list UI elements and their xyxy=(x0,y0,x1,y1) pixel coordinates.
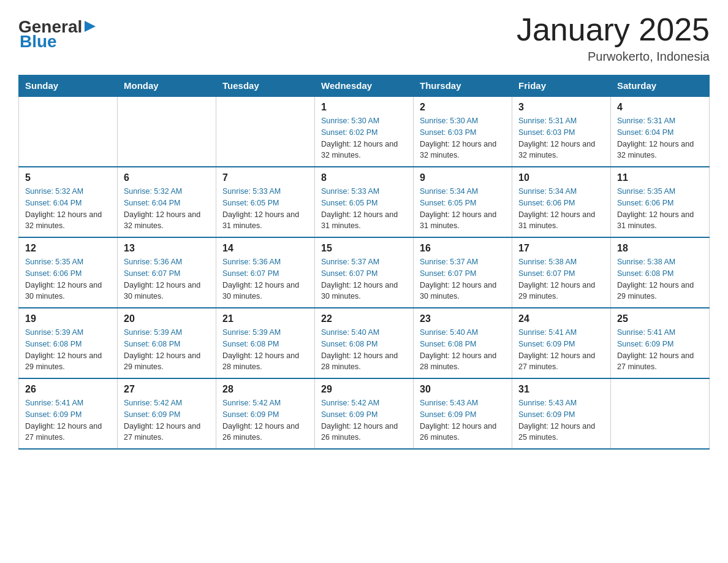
calendar-cell xyxy=(19,96,118,167)
sunset-text: Sunset: 6:06 PM xyxy=(25,268,111,280)
day-info: Sunrise: 5:38 AMSunset: 6:08 PMDaylight:… xyxy=(617,256,703,302)
daylight-text: Daylight: 12 hours and 28 minutes. xyxy=(222,350,308,373)
sunrise-text: Sunrise: 5:42 AM xyxy=(124,397,210,409)
sunrise-text: Sunrise: 5:41 AM xyxy=(25,397,111,409)
daylight-text: Daylight: 12 hours and 26 minutes. xyxy=(420,421,506,444)
day-info: Sunrise: 5:41 AMSunset: 6:09 PMDaylight:… xyxy=(617,327,703,373)
day-info: Sunrise: 5:41 AMSunset: 6:09 PMDaylight:… xyxy=(25,397,111,443)
calendar-cell: 18Sunrise: 5:38 AMSunset: 6:08 PMDayligh… xyxy=(611,237,710,308)
day-info: Sunrise: 5:43 AMSunset: 6:09 PMDaylight:… xyxy=(420,397,506,443)
sunset-text: Sunset: 6:05 PM xyxy=(321,197,407,209)
daylight-text: Daylight: 12 hours and 32 minutes. xyxy=(420,139,506,162)
day-info: Sunrise: 5:31 AMSunset: 6:04 PMDaylight:… xyxy=(617,115,703,161)
day-number: 30 xyxy=(420,384,506,395)
day-info: Sunrise: 5:37 AMSunset: 6:07 PMDaylight:… xyxy=(420,256,506,302)
day-number: 7 xyxy=(222,172,308,183)
sunrise-text: Sunrise: 5:34 AM xyxy=(420,186,506,197)
sunset-text: Sunset: 6:04 PM xyxy=(25,197,111,209)
sunset-text: Sunset: 6:04 PM xyxy=(124,197,210,209)
day-of-week-sunday: Sunday xyxy=(19,75,118,97)
sunset-text: Sunset: 6:08 PM xyxy=(124,339,210,350)
day-number: 18 xyxy=(617,243,703,254)
day-info: Sunrise: 5:33 AMSunset: 6:05 PMDaylight:… xyxy=(321,186,407,232)
sunrise-text: Sunrise: 5:32 AM xyxy=(25,186,111,197)
day-number: 19 xyxy=(25,313,111,324)
calendar-cell: 14Sunrise: 5:36 AMSunset: 6:07 PMDayligh… xyxy=(216,237,315,308)
daylight-text: Daylight: 12 hours and 30 minutes. xyxy=(124,280,210,303)
day-number: 31 xyxy=(518,384,604,395)
sunset-text: Sunset: 6:06 PM xyxy=(518,197,604,209)
day-number: 26 xyxy=(25,384,111,395)
calendar-cell: 5Sunrise: 5:32 AMSunset: 6:04 PMDaylight… xyxy=(19,167,118,237)
sunset-text: Sunset: 6:06 PM xyxy=(617,197,703,209)
title-block: January 2025 Purwokerto, Indonesia xyxy=(517,12,710,64)
sunset-text: Sunset: 6:07 PM xyxy=(222,268,308,280)
day-number: 13 xyxy=(124,243,210,254)
sunset-text: Sunset: 6:09 PM xyxy=(222,409,308,421)
day-info: Sunrise: 5:40 AMSunset: 6:08 PMDaylight:… xyxy=(420,327,506,373)
calendar-cell: 12Sunrise: 5:35 AMSunset: 6:06 PMDayligh… xyxy=(19,237,118,308)
day-of-week-thursday: Thursday xyxy=(414,75,512,97)
calendar-cell: 11Sunrise: 5:35 AMSunset: 6:06 PMDayligh… xyxy=(611,167,710,237)
calendar-cell: 9Sunrise: 5:34 AMSunset: 6:05 PMDaylight… xyxy=(414,167,512,237)
day-number: 6 xyxy=(124,172,210,183)
sunset-text: Sunset: 6:02 PM xyxy=(321,127,407,139)
sunrise-text: Sunrise: 5:40 AM xyxy=(420,327,506,339)
day-number: 1 xyxy=(321,102,407,113)
sunrise-text: Sunrise: 5:39 AM xyxy=(25,327,111,339)
calendar-cell: 1Sunrise: 5:30 AMSunset: 6:02 PMDaylight… xyxy=(315,96,414,167)
daylight-text: Daylight: 12 hours and 28 minutes. xyxy=(420,350,506,373)
sunrise-text: Sunrise: 5:39 AM xyxy=(222,327,308,339)
day-info: Sunrise: 5:32 AMSunset: 6:04 PMDaylight:… xyxy=(124,186,210,232)
sunset-text: Sunset: 6:07 PM xyxy=(518,268,604,280)
daylight-text: Daylight: 12 hours and 31 minutes. xyxy=(617,209,703,232)
sunset-text: Sunset: 6:07 PM xyxy=(420,268,506,280)
calendar-cell xyxy=(611,378,710,449)
day-number: 10 xyxy=(518,172,604,183)
day-number: 4 xyxy=(617,102,703,113)
daylight-text: Daylight: 12 hours and 31 minutes. xyxy=(321,209,407,232)
sunrise-text: Sunrise: 5:41 AM xyxy=(617,327,703,339)
sunrise-text: Sunrise: 5:36 AM xyxy=(124,256,210,268)
day-of-week-saturday: Saturday xyxy=(611,75,710,97)
day-number: 20 xyxy=(124,313,210,324)
day-info: Sunrise: 5:30 AMSunset: 6:03 PMDaylight:… xyxy=(420,115,506,161)
daylight-text: Daylight: 12 hours and 32 minutes. xyxy=(25,209,111,232)
sunset-text: Sunset: 6:07 PM xyxy=(124,268,210,280)
day-info: Sunrise: 5:39 AMSunset: 6:08 PMDaylight:… xyxy=(25,327,111,373)
sunset-text: Sunset: 6:09 PM xyxy=(321,409,407,421)
day-number: 3 xyxy=(518,102,604,113)
sunset-text: Sunset: 6:03 PM xyxy=(420,127,506,139)
sunset-text: Sunset: 6:05 PM xyxy=(420,197,506,209)
calendar-table: SundayMondayTuesdayWednesdayThursdayFrid… xyxy=(18,75,710,450)
sunset-text: Sunset: 6:07 PM xyxy=(321,268,407,280)
day-number: 28 xyxy=(222,384,308,395)
daylight-text: Daylight: 12 hours and 25 minutes. xyxy=(518,421,604,444)
day-of-week-wednesday: Wednesday xyxy=(315,75,414,97)
day-info: Sunrise: 5:36 AMSunset: 6:07 PMDaylight:… xyxy=(222,256,308,302)
sunrise-text: Sunrise: 5:33 AM xyxy=(222,186,308,197)
daylight-text: Daylight: 12 hours and 32 minutes. xyxy=(321,139,407,162)
calendar-cell: 27Sunrise: 5:42 AMSunset: 6:09 PMDayligh… xyxy=(118,378,216,449)
day-number: 17 xyxy=(518,243,604,254)
daylight-text: Daylight: 12 hours and 32 minutes. xyxy=(617,139,703,162)
daylight-text: Daylight: 12 hours and 29 minutes. xyxy=(518,280,604,303)
sunset-text: Sunset: 6:08 PM xyxy=(321,339,407,350)
sunset-text: Sunset: 6:09 PM xyxy=(518,409,604,421)
day-info: Sunrise: 5:42 AMSunset: 6:09 PMDaylight:… xyxy=(222,397,308,443)
calendar-cell: 8Sunrise: 5:33 AMSunset: 6:05 PMDaylight… xyxy=(315,167,414,237)
day-number: 27 xyxy=(124,384,210,395)
daylight-text: Daylight: 12 hours and 32 minutes. xyxy=(518,139,604,162)
day-info: Sunrise: 5:31 AMSunset: 6:03 PMDaylight:… xyxy=(518,115,604,161)
day-number: 11 xyxy=(617,172,703,183)
day-info: Sunrise: 5:35 AMSunset: 6:06 PMDaylight:… xyxy=(25,256,111,302)
svg-marker-0 xyxy=(85,21,96,32)
daylight-text: Daylight: 12 hours and 30 minutes. xyxy=(222,280,308,303)
day-number: 8 xyxy=(321,172,407,183)
day-number: 22 xyxy=(321,313,407,324)
day-info: Sunrise: 5:42 AMSunset: 6:09 PMDaylight:… xyxy=(124,397,210,443)
day-of-week-friday: Friday xyxy=(512,75,611,97)
daylight-text: Daylight: 12 hours and 27 minutes. xyxy=(518,350,604,373)
day-info: Sunrise: 5:40 AMSunset: 6:08 PMDaylight:… xyxy=(321,327,407,373)
calendar-cell: 23Sunrise: 5:40 AMSunset: 6:08 PMDayligh… xyxy=(414,308,512,378)
